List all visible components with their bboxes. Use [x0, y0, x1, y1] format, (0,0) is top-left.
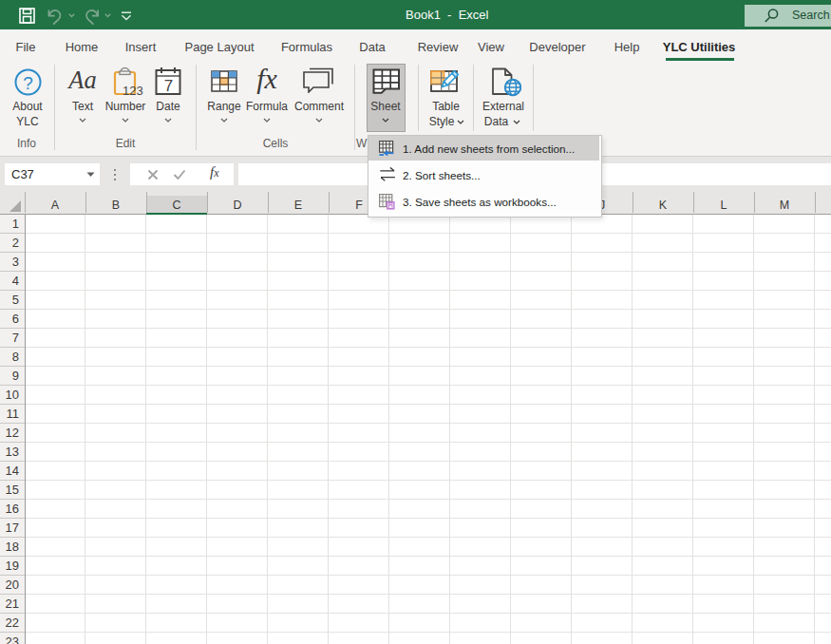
svg-text:7: 7: [164, 77, 173, 95]
svg-text:?: ?: [23, 73, 33, 93]
